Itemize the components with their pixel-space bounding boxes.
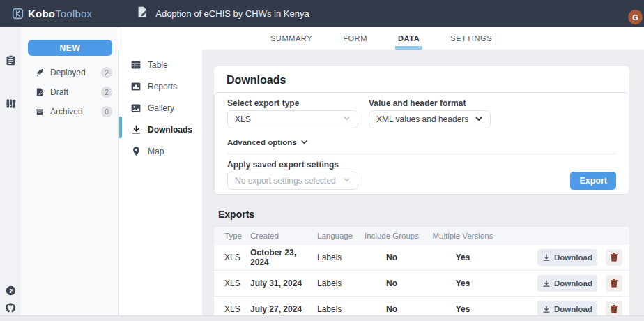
export-settings-box: Select export type XLS Value and header … bbox=[214, 92, 629, 195]
help-icon[interactable]: ? bbox=[4, 284, 17, 297]
tab-form[interactable]: FORM bbox=[342, 28, 369, 49]
export-type-select[interactable]: XLS bbox=[227, 110, 358, 128]
chevron-down-icon bbox=[300, 136, 308, 149]
tab-summary[interactable]: SUMMARY bbox=[269, 28, 314, 49]
kobotoolbox-logo-icon bbox=[12, 8, 24, 20]
draft-count-badge: 2 bbox=[101, 87, 112, 98]
subnav-item-reports[interactable]: Reports bbox=[119, 75, 202, 97]
archived-count-badge: 0 bbox=[101, 106, 112, 117]
export-row: XLS October 23, 2024 Labels No Yes Downl… bbox=[214, 245, 629, 271]
download-button[interactable]: Download bbox=[537, 249, 597, 266]
tab-data[interactable]: DATA bbox=[397, 28, 421, 49]
exports-section-title: Exports bbox=[218, 209, 629, 220]
download-icon bbox=[542, 305, 551, 313]
chevron-down-icon bbox=[343, 176, 351, 186]
saved-settings-label: Apply saved export settings bbox=[227, 160, 616, 170]
subnav-item-downloads[interactable]: Downloads bbox=[119, 119, 202, 140]
download-button[interactable]: Download bbox=[537, 275, 597, 292]
delete-export-button[interactable] bbox=[606, 249, 622, 266]
active-item-indicator bbox=[119, 117, 122, 138]
download-arrow-icon bbox=[130, 124, 141, 135]
project-tab-bar: SUMMARY FORM DATA SETTINGS bbox=[118, 27, 644, 50]
exports-table-header: Type Created Language Include Groups Mul… bbox=[214, 227, 629, 245]
deployed-count-badge: 2 bbox=[101, 67, 112, 78]
github-icon[interactable] bbox=[4, 301, 17, 314]
page-title: Downloads bbox=[214, 66, 629, 92]
archive-box-icon bbox=[35, 107, 45, 117]
advanced-options-toggle[interactable]: Advanced options bbox=[227, 136, 616, 149]
draft-document-icon bbox=[35, 87, 45, 97]
trash-icon bbox=[609, 278, 619, 288]
table-icon bbox=[130, 59, 141, 70]
project-file-edit-icon bbox=[135, 5, 149, 22]
projects-sidebar: NEW Deployed 2 Draft 2 bbox=[21, 27, 118, 321]
tab-settings[interactable]: SETTINGS bbox=[449, 28, 493, 49]
download-icon bbox=[542, 279, 551, 288]
saved-settings-select[interactable]: No export settings selected bbox=[227, 172, 358, 190]
subnav-item-gallery[interactable]: Gallery bbox=[119, 97, 202, 119]
new-project-button[interactable]: NEW bbox=[28, 40, 112, 56]
export-row: XLS July 31, 2024 Labels No Yes Download bbox=[214, 271, 629, 297]
trash-icon bbox=[609, 304, 619, 314]
user-avatar[interactable]: G bbox=[628, 10, 643, 24]
projects-clipboard-icon[interactable] bbox=[4, 54, 17, 66]
current-project[interactable]: Adoption of eCHIS by CHWs in Kenya bbox=[135, 5, 309, 22]
rocket-icon bbox=[35, 68, 45, 77]
exports-table: Type Created Language Include Groups Mul… bbox=[214, 227, 629, 321]
sidebar-item-draft[interactable]: Draft 2 bbox=[21, 82, 118, 102]
horizontal-scrollbar-track[interactable] bbox=[0, 315, 644, 321]
sidebar-item-archived[interactable]: Archived 0 bbox=[21, 102, 118, 121]
project-title: Adoption of eCHIS by CHWs in Kenya bbox=[155, 8, 309, 19]
reports-chart-icon bbox=[130, 81, 141, 92]
sidebar-item-deployed[interactable]: Deployed 2 bbox=[21, 63, 118, 82]
format-label: Value and header format bbox=[369, 98, 491, 108]
section-divider bbox=[227, 154, 616, 154]
chevron-down-icon bbox=[343, 114, 351, 124]
brand-text: KoboToolbox bbox=[28, 8, 92, 20]
subnav-item-table[interactable]: Table bbox=[119, 54, 202, 75]
app-icon-rail: ? bbox=[0, 27, 21, 321]
downloads-card: Downloads Select export type XLS Value a bbox=[214, 66, 629, 195]
format-select[interactable]: XML values and headers bbox=[369, 110, 491, 128]
delete-export-button[interactable] bbox=[606, 275, 622, 292]
kobotoolbox-logo[interactable]: KoboToolbox bbox=[0, 8, 92, 20]
svg-text:?: ? bbox=[8, 287, 13, 294]
library-icon[interactable] bbox=[4, 97, 17, 110]
map-pin-icon bbox=[130, 146, 141, 157]
downloads-main: Downloads Select export type XLS Value a bbox=[202, 50, 644, 321]
export-button[interactable]: Export bbox=[570, 172, 616, 190]
data-subnav: Table Reports bbox=[118, 50, 202, 321]
chevron-down-icon bbox=[475, 114, 483, 125]
app-window: KoboToolbox Adoption of eCHIS by CHWs in… bbox=[0, 0, 644, 321]
trash-icon bbox=[609, 253, 619, 262]
export-type-label: Select export type bbox=[227, 98, 358, 108]
download-icon bbox=[542, 253, 551, 262]
gallery-image-icon bbox=[130, 103, 141, 114]
top-header: KoboToolbox Adoption of eCHIS by CHWs in… bbox=[0, 0, 644, 27]
subnav-item-map[interactable]: Map bbox=[119, 140, 202, 162]
